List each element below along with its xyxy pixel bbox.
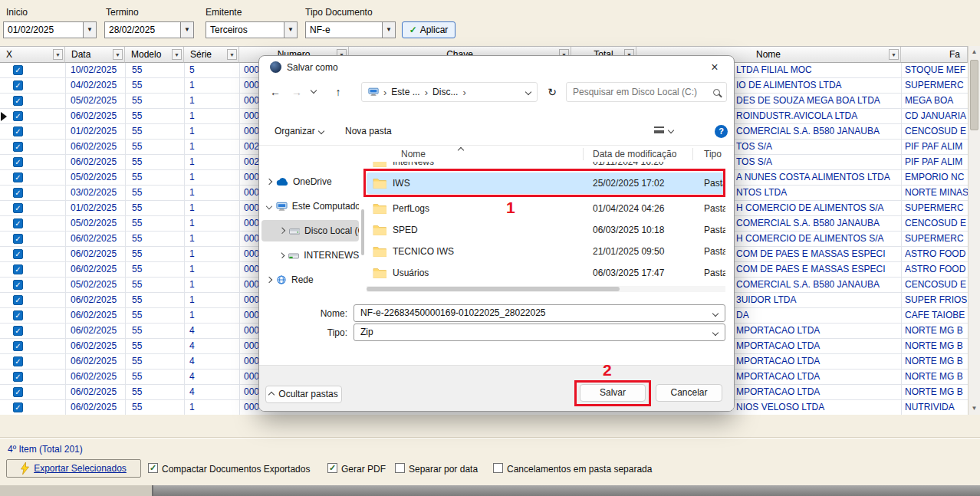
file-row-partial[interactable]: InterNews 01/11/2024 16:20 xyxy=(367,162,725,172)
organizar-menu[interactable]: Organizar xyxy=(275,126,324,136)
sidebar-item-internews[interactable]: INTERNEWS (\ xyxy=(261,245,359,266)
chevron-down-icon[interactable] xyxy=(712,330,719,336)
file-row[interactable]: IWS 25/02/2025 17:02 Pasta xyxy=(367,172,725,194)
refresh-icon[interactable]: ↻ xyxy=(544,84,561,100)
chevron-down-icon[interactable]: ▼ xyxy=(382,22,395,38)
row-checkbox[interactable] xyxy=(13,96,23,106)
row-checkbox[interactable] xyxy=(13,142,23,152)
row-checkbox[interactable] xyxy=(13,264,23,274)
row-checkbox[interactable] xyxy=(13,80,23,90)
sidebar-item-onedrive[interactable]: OneDrive xyxy=(261,171,359,192)
sidebar-item-este-computador[interactable]: Este Computador xyxy=(261,195,359,217)
filter-dropdown-icon[interactable]: ▼ xyxy=(172,49,182,60)
forward-icon[interactable]: → xyxy=(288,84,305,100)
compactar-checkbox[interactable] xyxy=(148,463,158,473)
file-row[interactable]: TECNICO IWS 21/01/2025 09:50 Pasta xyxy=(367,241,725,262)
file-list-horizontal-scrollbar[interactable] xyxy=(367,286,725,292)
chevron-right-icon[interactable] xyxy=(266,179,272,185)
row-checkbox[interactable] xyxy=(13,372,23,382)
row-checkbox[interactable] xyxy=(13,188,23,198)
nova-pasta-button[interactable]: Nova pasta xyxy=(345,126,392,136)
breadcrumb-segment[interactable]: Disc... xyxy=(432,87,458,97)
row-checkbox[interactable] xyxy=(13,65,23,75)
help-icon[interactable]: ? xyxy=(715,125,728,138)
column-header-x[interactable]: X▼ xyxy=(0,47,65,63)
exportar-selecionados-button[interactable]: Exportar Selecionados xyxy=(6,459,141,478)
row-checkbox[interactable] xyxy=(13,280,23,290)
row-checkbox[interactable] xyxy=(13,157,23,167)
row-checkbox[interactable] xyxy=(13,234,23,244)
back-icon[interactable]: ← xyxy=(267,84,284,100)
breadcrumb-segment[interactable]: Este ... xyxy=(391,87,419,97)
chevron-down-icon[interactable] xyxy=(525,89,531,95)
grid-line xyxy=(65,63,66,415)
file-row[interactable]: PerfLogs 01/04/2024 04:26 Pasta xyxy=(367,198,725,219)
row-checkbox[interactable] xyxy=(13,387,23,397)
chevron-down-icon[interactable] xyxy=(266,203,272,209)
sidebar-item-disco-local[interactable]: Disco Local (C xyxy=(261,220,359,241)
chevron-right-icon[interactable] xyxy=(279,252,285,258)
cell-nome: COMERCIAL S.A. B580 JANAUBA xyxy=(736,278,900,293)
filter-dropdown-icon[interactable]: ▼ xyxy=(113,49,123,60)
cell-serie: 1 xyxy=(189,155,232,170)
cancelar-button[interactable]: Cancelar xyxy=(656,384,722,402)
close-icon[interactable]: × xyxy=(705,58,725,77)
file-row[interactable]: Usuários 06/03/2025 17:47 Pasta xyxy=(367,262,725,284)
filter-dropdown-icon[interactable]: ▼ xyxy=(889,49,899,60)
termino-date-input[interactable]: 28/02/2025▼ xyxy=(104,21,194,38)
recent-locations-chevron-icon[interactable] xyxy=(311,87,317,94)
column-header-data[interactable]: Data▼ xyxy=(65,47,125,63)
scroll-up-icon[interactable]: ▲ xyxy=(968,46,980,58)
view-options-icon[interactable] xyxy=(654,126,673,133)
chevron-down-icon[interactable]: ▼ xyxy=(180,22,193,38)
row-checkbox[interactable] xyxy=(13,126,23,136)
search-input[interactable]: Pesquisar em Disco Local (C:) xyxy=(566,82,727,102)
breadcrumb[interactable]: › Este ... › Disc... › xyxy=(361,82,538,102)
row-checkbox[interactable] xyxy=(13,218,23,228)
termino-label: Termino xyxy=(106,7,139,18)
column-header-serie[interactable]: Série▼ xyxy=(184,47,239,63)
filter-dropdown-icon[interactable]: ▼ xyxy=(53,49,63,60)
salvar-button[interactable]: Salvar xyxy=(580,384,646,402)
chevron-down-icon[interactable]: ▼ xyxy=(83,22,96,38)
row-checkbox[interactable] xyxy=(13,295,23,305)
aplicar-button[interactable]: ✓Aplicar xyxy=(402,21,455,38)
chevron-right-icon[interactable] xyxy=(266,277,272,283)
row-checkbox[interactable] xyxy=(13,310,23,320)
filename-input[interactable]: NF-e-22683450000169-01022025_28022025 xyxy=(354,304,725,322)
row-checkbox[interactable] xyxy=(13,111,23,121)
scrollbar-thumb[interactable] xyxy=(367,287,620,291)
chevron-down-icon[interactable]: ▼ xyxy=(284,22,297,38)
grid-vertical-scrollbar[interactable]: ▲ ▼ xyxy=(968,46,980,415)
cancelamentos-checkbox[interactable] xyxy=(493,463,503,473)
row-checkbox[interactable] xyxy=(13,249,23,259)
inicio-date-input[interactable]: 01/02/2025▼ xyxy=(3,21,97,38)
list-column-tipo[interactable]: Tipo xyxy=(704,149,722,159)
filter-dropdown-icon[interactable]: ▼ xyxy=(227,49,237,60)
ocultar-pastas-button[interactable]: Ocultar pastas xyxy=(265,386,342,403)
list-column-data-modificacao[interactable]: Data de modificação xyxy=(593,149,676,159)
sidebar-scrollbar-thumb[interactable] xyxy=(361,209,364,255)
gerar-pdf-checkbox[interactable] xyxy=(327,463,337,473)
row-checkbox[interactable] xyxy=(13,203,23,213)
column-header-modelo[interactable]: Modelo▼ xyxy=(125,47,184,63)
column-header-fantasia[interactable]: Fa xyxy=(901,47,968,63)
scrollbar-thumb[interactable] xyxy=(970,60,978,130)
file-row[interactable]: SPED 06/03/2025 10:18 Pasta xyxy=(367,219,725,241)
sidebar-item-rede[interactable]: Rede xyxy=(261,269,359,291)
row-checkbox[interactable] xyxy=(13,172,23,182)
row-checkbox[interactable] xyxy=(13,341,23,351)
row-checkbox[interactable] xyxy=(13,356,23,366)
filetype-select[interactable]: Zip xyxy=(354,324,725,341)
row-checkbox[interactable] xyxy=(13,402,23,412)
list-column-nome[interactable]: Nome xyxy=(401,149,426,159)
emitente-select[interactable]: Terceiros▼ xyxy=(206,21,298,38)
divider xyxy=(0,437,980,439)
up-icon[interactable]: ↑ xyxy=(330,84,347,100)
chevron-down-icon[interactable] xyxy=(712,310,719,317)
separar-por-data-checkbox[interactable] xyxy=(395,463,405,473)
row-checkbox[interactable] xyxy=(13,326,23,336)
scroll-down-icon[interactable]: ▼ xyxy=(968,402,980,415)
tipo-documento-select[interactable]: NF-e▼ xyxy=(305,21,396,38)
chevron-right-icon[interactable] xyxy=(279,228,285,234)
